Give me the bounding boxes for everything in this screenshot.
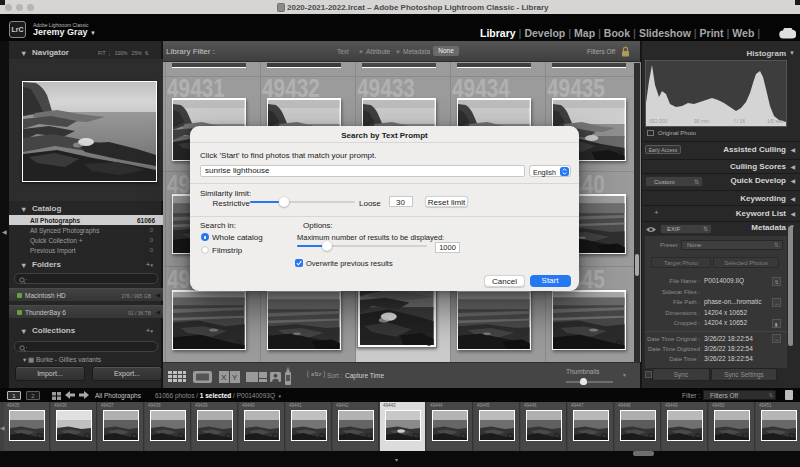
- svg-text:X: X: [221, 373, 227, 382]
- svg-text:Y: Y: [232, 373, 238, 382]
